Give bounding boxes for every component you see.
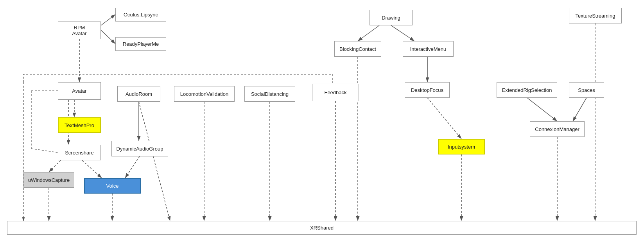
svg-line-16 [573,98,587,121]
node-inputsystem: Inputsystem [438,139,485,154]
node-textmeshpro: TextMeshPro [58,117,101,133]
svg-line-15 [527,98,557,121]
diagram-container: RPM AvatarOculus.LipsyncReadyPlayerMeAva… [0,0,644,237]
node-texture-streaming: TextureStreaming [569,8,622,23]
svg-line-11 [358,25,379,41]
node-voice: Voice [84,178,141,194]
node-audioroom: AudioRoom [117,86,160,102]
svg-line-14 [427,98,461,139]
node-extended-rig-selection: ExtendedRigSelection [497,82,557,98]
svg-line-30 [31,149,58,153]
svg-line-3 [101,30,115,44]
node-screenshare: Screenshare [58,145,101,160]
node-avatar: Avatar [58,82,101,100]
svg-line-19 [139,102,170,221]
node-readyplayerme: ReadyPlayerMe [115,37,166,51]
node-drawing: Drawing [370,10,413,25]
svg-line-12 [391,25,414,41]
node-interactive-menu: InteractiveMenu [403,41,454,57]
node-spaces: Spaces [569,82,604,98]
node-oculus-lipsync: Oculus.Lipsync [115,8,166,22]
node-xrshared: XRShared [7,221,637,235]
node-uwindowscapture: uWindowsCapture [23,172,74,188]
node-blocking-contact: BlockingContact [334,41,381,57]
svg-line-10 [125,156,140,178]
node-feedback: Feedback [312,84,359,101]
node-connexion-manager: ConnexionManager [530,121,585,137]
node-locomotion-validation: LocomotionValidation [174,86,235,102]
svg-line-7 [49,160,61,172]
node-dynamic-audio-group: DynamicAudioGroup [111,141,168,156]
svg-line-2 [101,14,115,25]
node-rpm-avatar: RPM Avatar [58,22,101,39]
svg-line-8 [82,160,102,178]
node-desktop-focus: DesktopFocus [405,82,450,98]
node-social-distancing: SocialDistancing [244,86,295,102]
